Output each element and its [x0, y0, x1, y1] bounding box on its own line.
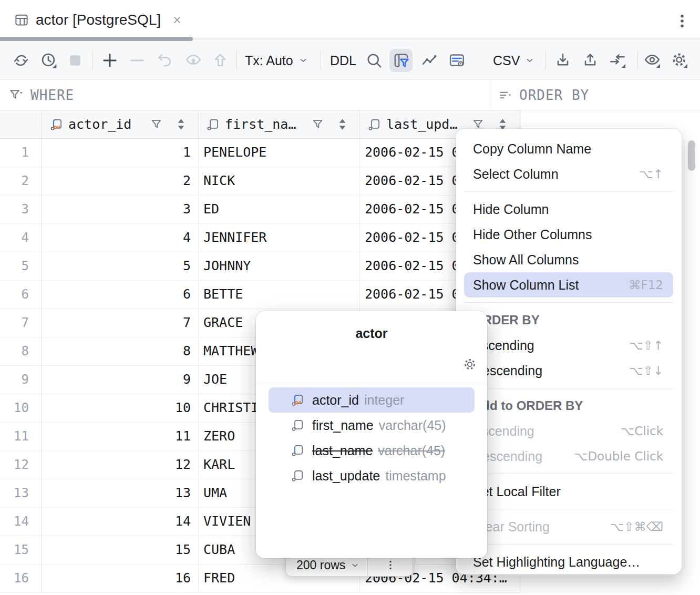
row-number[interactable]: 16	[0, 565, 42, 593]
menu-item-show-column-list[interactable]: Show Column List⌘F12	[464, 272, 673, 298]
search-button[interactable]	[363, 49, 386, 72]
vertical-scrollbar-thumb[interactable]	[688, 140, 695, 171]
corner-header-cell[interactable]	[0, 110, 42, 138]
cell-actor-id[interactable]: 2	[42, 167, 199, 196]
cell-actor-id[interactable]: 16	[42, 565, 199, 593]
menu-item-show-all-columns[interactable]: Show All Columns	[456, 247, 682, 272]
card-eye-icon	[447, 51, 466, 70]
column-sort-widget[interactable]	[499, 119, 506, 130]
cell-first-name[interactable]: PENELOPE	[199, 139, 360, 167]
column-sort-widget[interactable]	[178, 119, 184, 130]
stop-button[interactable]	[64, 49, 87, 72]
row-number[interactable]: 15	[0, 536, 42, 565]
row-number[interactable]: 6	[0, 281, 42, 309]
add-row-button[interactable]	[98, 49, 121, 72]
popup-item-last-update[interactable]: last_update timestamp	[269, 463, 475, 488]
more-options-button[interactable]	[674, 12, 691, 30]
menu-item-descending[interactable]: Descending⌥⇧↓	[456, 358, 682, 383]
export-format-button[interactable]: CSV	[493, 49, 535, 72]
menu-item-hide-other-columns[interactable]: Hide Other Columns	[456, 222, 682, 247]
popup-item-first-name[interactable]: first_name varchar(45)	[269, 413, 475, 438]
menu-item-select-column[interactable]: Select Column⌥↑	[456, 161, 682, 187]
order-by-field[interactable]: ORDER BY	[498, 80, 589, 110]
plus-icon	[100, 51, 119, 70]
settings-button[interactable]	[668, 49, 691, 72]
column-header-first-name[interactable]: first_na…	[199, 110, 360, 138]
cell-actor-id[interactable]: 6	[42, 281, 199, 309]
column-filter-icon[interactable]	[150, 118, 163, 131]
submit-button[interactable]	[209, 49, 232, 72]
menu-item-hide-column[interactable]: Hide Column	[456, 197, 682, 222]
row-number[interactable]: 12	[0, 451, 42, 479]
cell-first-name[interactable]: JENNIFER	[199, 224, 360, 252]
menu-item-set-highlighting-language[interactable]: Set Highlighting Language…	[456, 549, 682, 575]
import-button[interactable]	[579, 49, 602, 72]
view-button[interactable]	[641, 49, 664, 72]
menu-item-add-ascending[interactable]: Ascending⌥Click	[456, 418, 682, 444]
popup-settings-button[interactable]	[462, 356, 478, 372]
cell-actor-id[interactable]: 15	[42, 536, 199, 565]
page-size-button[interactable]	[350, 560, 360, 570]
row-number[interactable]: 7	[0, 309, 42, 337]
cell-actor-id[interactable]: 12	[42, 451, 199, 479]
cell-actor-id[interactable]: 8	[42, 337, 199, 366]
tx-mode-button[interactable]: Tx: Auto	[245, 49, 308, 72]
cell-first-name[interactable]: NICK	[199, 167, 360, 196]
row-number[interactable]: 10	[0, 394, 42, 423]
close-icon[interactable]	[171, 14, 183, 26]
cell-actor-id[interactable]: 9	[42, 366, 199, 394]
compare-button[interactable]	[606, 49, 629, 72]
cell-actor-id[interactable]: 14	[42, 508, 199, 536]
cell-actor-id[interactable]: 7	[42, 309, 199, 337]
row-number[interactable]: 9	[0, 366, 42, 394]
chart-button[interactable]	[418, 49, 441, 72]
cell-first-name[interactable]: JOHNNY	[199, 252, 360, 281]
pager-options-button[interactable]	[368, 559, 413, 571]
filter-rows-button[interactable]	[389, 49, 413, 72]
popup-item-actor-id[interactable]: actor_id integer	[269, 387, 475, 413]
refresh-button[interactable]	[9, 49, 33, 72]
ddl-button[interactable]: DDL	[330, 49, 356, 72]
cell-actor-id[interactable]: 3	[42, 196, 199, 224]
row-number[interactable]: 2	[0, 167, 42, 196]
cell-actor-id[interactable]: 13	[42, 479, 199, 508]
menu-item-add-descending[interactable]: Descending⌥Double Click	[456, 444, 682, 469]
column-type: integer	[364, 393, 404, 408]
row-number[interactable]: 5	[0, 252, 42, 281]
cell-actor-id[interactable]: 5	[42, 252, 199, 281]
column-icon	[291, 468, 305, 483]
column-context-menu: Copy Column Name Select Column⌥↑ Hide Co…	[456, 129, 682, 575]
menu-item-copy-column-name[interactable]: Copy Column Name	[456, 136, 682, 161]
row-number[interactable]: 4	[0, 224, 42, 252]
cell-actor-id[interactable]: 1	[42, 139, 199, 167]
popup-item-last-name-hidden[interactable]: last_name varchar(45)	[269, 438, 475, 463]
table-row: 11PENELOPE2006-02-15 04:34:…	[0, 139, 521, 167]
menu-item-ascending[interactable]: Ascending⌥⇧↑	[456, 333, 682, 358]
menu-separator	[464, 191, 673, 192]
cell-first-name[interactable]: BETTE	[199, 281, 360, 309]
cell-first-name[interactable]: ED	[199, 196, 360, 224]
export-button[interactable]	[551, 49, 574, 72]
delete-row-button[interactable]	[126, 49, 149, 72]
view-options-button[interactable]	[445, 49, 468, 72]
menu-item-clear-sorting[interactable]: Clear Sorting⌥⇧⌘⌫	[456, 514, 682, 539]
tab-actor[interactable]: actor [PostgreSQL]	[14, 8, 183, 32]
column-filter-icon[interactable]	[311, 118, 324, 131]
menu-item-set-local-filter[interactable]: Set Local Filter	[456, 479, 682, 504]
history-button[interactable]	[37, 49, 60, 72]
cell-actor-id[interactable]: 10	[42, 394, 199, 423]
column-header-actor-id[interactable]: actor_id	[42, 110, 199, 138]
row-number[interactable]: 14	[0, 508, 42, 536]
row-number[interactable]: 3	[0, 196, 42, 224]
row-number[interactable]: 8	[0, 337, 42, 366]
chevron-down-icon	[524, 55, 535, 66]
column-sort-widget[interactable]	[339, 119, 346, 130]
where-filter-field[interactable]: WHERE	[8, 80, 74, 110]
cell-actor-id[interactable]: 11	[42, 423, 199, 451]
revert-button[interactable]	[153, 49, 176, 72]
row-number[interactable]: 13	[0, 479, 42, 508]
preview-changes-button[interactable]	[182, 49, 205, 72]
row-number[interactable]: 11	[0, 423, 42, 451]
row-number[interactable]: 1	[0, 139, 42, 167]
cell-actor-id[interactable]: 4	[42, 224, 199, 252]
